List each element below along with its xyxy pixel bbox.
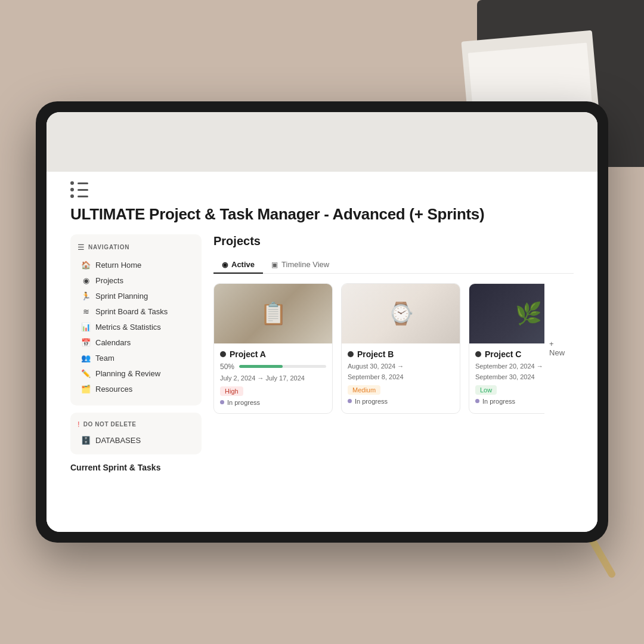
- project-b-status-text: In progress: [355, 398, 388, 405]
- sidebar: ☰ NAVIGATION 🏠 Return Home ◉ Projects: [70, 234, 202, 520]
- current-sprint-label: Current Sprint & Tasks: [70, 463, 202, 472]
- new-button-label: + New: [549, 339, 569, 357]
- project-card-c[interactable]: Project C September 20, 2024 → September…: [469, 283, 544, 414]
- hamburger-icon[interactable]: [70, 181, 88, 198]
- sidebar-nav-box: ☰ NAVIGATION 🏠 Return Home ◉ Projects: [70, 234, 202, 405]
- cards-row-wrapper: Project A 50% July: [213, 283, 574, 414]
- project-c-image: [469, 284, 544, 343]
- line-2: [78, 189, 88, 191]
- do-not-delete-box: ! DO NOT DELETE 🗄️ DATABASES: [70, 413, 202, 454]
- sidebar-item-planning-review[interactable]: ✏️ Planning & Review: [78, 366, 194, 381]
- project-a-progress-row: 50%: [220, 363, 326, 371]
- project-a-progress-label: 50%: [220, 363, 234, 371]
- sidebar-item-metrics-statistics[interactable]: 📊 Metrics & Statistics: [78, 320, 194, 335]
- sprint-board-icon: ≋: [81, 307, 91, 316]
- line-1: [78, 182, 88, 184]
- sprint-board-label: Sprint Board & Tasks: [95, 307, 168, 316]
- project-b-status-dot-purple: [348, 399, 352, 403]
- return-home-label: Return Home: [95, 261, 141, 270]
- project-a-date: July 2, 2024 → July 17, 2024: [220, 374, 326, 382]
- databases-item[interactable]: 🗄️ DATABASES: [78, 434, 194, 447]
- project-a-body: Project A 50% July: [214, 343, 332, 413]
- home-icon: 🏠: [81, 261, 91, 270]
- nav-header-text: NAVIGATION: [88, 244, 129, 250]
- project-a-name: Project A: [230, 349, 266, 359]
- calendars-label: Calendars: [95, 338, 131, 347]
- sprint-planning-icon: 🏃: [81, 292, 91, 301]
- project-card-b[interactable]: Project B August 30, 2024 → September 8,…: [341, 283, 460, 414]
- project-a-priority-badge: High: [220, 386, 243, 396]
- main-layout: ☰ NAVIGATION 🏠 Return Home ◉ Projects: [70, 234, 574, 532]
- resources-label: Resources: [95, 385, 132, 394]
- project-a-name-row: Project A: [220, 349, 326, 359]
- projects-icon: ◉: [81, 276, 91, 285]
- line-3: [78, 196, 88, 197]
- dot-1: [70, 181, 74, 185]
- team-label: Team: [95, 354, 114, 363]
- project-a-progress-bar: [239, 365, 326, 368]
- metrics-icon: 📊: [81, 323, 91, 332]
- project-a-status-text: In progress: [227, 399, 260, 406]
- active-tab-label: Active: [231, 260, 255, 269]
- sidebar-item-team[interactable]: 👥 Team: [78, 351, 194, 366]
- project-a-progress-fill: [239, 365, 283, 368]
- tabs-row: ◉ Active ▣ Timeline View: [213, 256, 574, 274]
- nav-header-icon: ☰: [78, 243, 85, 252]
- project-b-date-start: August 30, 2024 →: [348, 363, 454, 370]
- databases-icon: 🗄️: [81, 436, 91, 445]
- project-b-name-row: Project B: [348, 349, 454, 359]
- warning-icon: !: [78, 420, 80, 429]
- project-c-status-text: In progress: [482, 398, 515, 405]
- active-tab-icon: ◉: [222, 261, 228, 269]
- project-c-date-end: September 30, 2024: [475, 373, 544, 380]
- project-c-name-row: Project C: [475, 349, 544, 359]
- project-a-status-badge: In progress: [220, 399, 326, 406]
- dnd-label: DO NOT DELETE: [83, 421, 137, 428]
- project-c-body: Project C September 20, 2024 → September…: [469, 343, 544, 412]
- screen-content: ULTIMATE Project & Task Manager - Advanc…: [47, 172, 597, 532]
- project-c-date-start: September 20, 2024 →: [475, 363, 544, 370]
- page-title: ULTIMATE Project & Task Manager - Advanc…: [70, 205, 574, 224]
- tab-active[interactable]: ◉ Active: [213, 256, 263, 274]
- dot-2: [70, 188, 74, 191]
- project-a-status-dot-purple: [220, 400, 224, 404]
- project-b-status-badge: In progress: [348, 398, 454, 405]
- dnd-header: ! DO NOT DELETE: [78, 420, 194, 429]
- project-a-image: [214, 284, 332, 343]
- project-cards: Project A 50% July: [213, 283, 544, 414]
- sidebar-item-resources[interactable]: 🗂️ Resources: [78, 382, 194, 397]
- project-a-status-dot: [220, 351, 226, 357]
- projects-nav-label: Projects: [95, 276, 123, 285]
- team-icon: 👥: [81, 354, 91, 363]
- resources-icon: 🗂️: [81, 385, 91, 394]
- hamburger-area: [70, 172, 574, 205]
- project-card-a[interactable]: Project A 50% July: [213, 283, 333, 414]
- sidebar-item-return-home[interactable]: 🏠 Return Home: [78, 258, 194, 273]
- tablet-frame: ULTIMATE Project & Task Manager - Advanc…: [36, 101, 608, 543]
- dot-3: [70, 194, 74, 198]
- metrics-label: Metrics & Statistics: [95, 323, 161, 332]
- new-project-button[interactable]: + New: [544, 337, 574, 360]
- tablet-screen: ULTIMATE Project & Task Manager - Advanc…: [47, 112, 597, 532]
- project-b-status-dot: [348, 351, 354, 357]
- sidebar-item-sprint-board-tasks[interactable]: ≋ Sprint Board & Tasks: [78, 304, 194, 319]
- project-b-image: [342, 284, 460, 343]
- databases-label: DATABASES: [95, 436, 141, 445]
- sidebar-item-sprint-planning[interactable]: 🏃 Sprint Planning: [78, 289, 194, 304]
- project-c-status-dot: [475, 351, 481, 357]
- project-c-priority-badge: Low: [475, 385, 497, 395]
- tab-timeline-view[interactable]: ▣ Timeline View: [263, 256, 338, 274]
- project-b-name: Project B: [357, 349, 394, 359]
- project-b-body: Project B August 30, 2024 → September 8,…: [342, 343, 460, 412]
- project-c-status-badge: In progress: [475, 398, 544, 405]
- main-content: Projects ◉ Active ▣ Timeline View: [213, 234, 574, 520]
- screen-header-background: [47, 112, 597, 172]
- sidebar-item-projects[interactable]: ◉ Projects: [78, 273, 194, 288]
- project-c-status-dot-purple: [475, 399, 479, 403]
- sidebar-item-calendars[interactable]: 📅 Calendars: [78, 335, 194, 350]
- sprint-planning-label: Sprint Planning: [95, 292, 148, 301]
- planning-review-label: Planning & Review: [95, 369, 160, 378]
- planning-review-icon: ✏️: [81, 369, 91, 378]
- nav-header: ☰ NAVIGATION: [78, 243, 194, 252]
- calendars-icon: 📅: [81, 338, 91, 347]
